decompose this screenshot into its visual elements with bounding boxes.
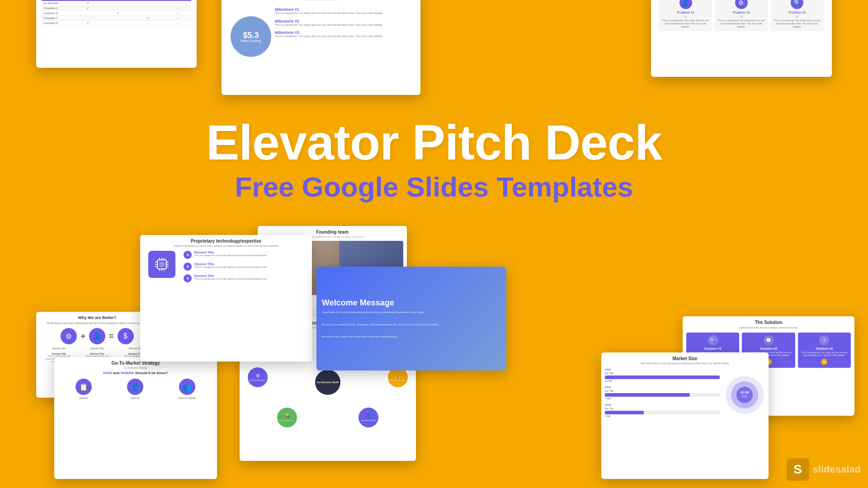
gtm-question: HOW and WHERE Should It be Done? (58, 371, 213, 375)
market-chart: 10.3M 2020 (724, 368, 765, 421)
slidesalad-text: slidesalad (813, 464, 861, 475)
slide-gtm[interactable]: Go-To-Market Strategy Go-To-Market Strat… (54, 357, 217, 479)
milestone-item-1: Milestone #1 This is a sample text. You … (275, 7, 411, 15)
gtm-subtitle: Go-To-Market Strategy (58, 366, 213, 369)
gtm-icon-external: 📋 (75, 379, 92, 395)
tech-subtitle: Detail the technology you plan to use to… (144, 244, 308, 247)
tech-item-1: ⚙ Element Title This is a sample text. Y… (184, 251, 308, 259)
market-bar-2020: 2020 Key Title 10.3M (605, 368, 720, 382)
slide-problems[interactable]: 👤 Problem #1 01 This is a sample text. Y… (651, 0, 832, 77)
solution-icon-3: ? (819, 335, 829, 345)
welcome-title: Welcome Message (322, 298, 501, 308)
gtm-icon-1: 📋 External (75, 379, 92, 399)
problem-box-3: 🔍 Problem #3 03 This is a sample text. Y… (771, 0, 824, 31)
table-row: Competitor A ✓– (42, 6, 191, 11)
problem-icon-1: 👤 (679, 0, 692, 9)
milestone-circle: $5.3 Million Raising (231, 16, 271, 57)
table-row: Competitor C ✓– (42, 16, 191, 21)
gtm-icons: 📋 External 👤 Tools For 👥 Tools For Inter… (58, 379, 213, 399)
equation: ⚙ + 👤 = $ (40, 328, 155, 344)
table-row: Competitor B ✓– (42, 11, 191, 16)
table-row: Competitor D ✓– (42, 21, 191, 26)
slidesalad-icon: S (787, 458, 809, 481)
welcome-text-3: We have many users who know how to use t… (322, 335, 501, 339)
eq-icon-person: 👤 (89, 328, 105, 344)
biz-center-label: Our Business Model (315, 370, 340, 395)
problem-box-2: ⚙ Problem #2 02 This is a sample text. Y… (715, 0, 768, 31)
welcome-text-1: SlideSalad is #1 online marketplace of p… (322, 310, 501, 314)
why-better-title: Why We are Better? (40, 315, 155, 320)
eq-labels: Element Title Element Title Element Titl… (40, 347, 155, 350)
market-bars: 2020 Key Title 10.3M 2019 Key Title 7.6M (605, 368, 720, 421)
gtm-icon-2: 👤 Tools For (127, 379, 143, 399)
solution-icon-2: 💬 (764, 335, 774, 345)
slide-competitors[interactable]: Competitors Market Leader Challenger Nic… (36, 0, 197, 68)
why-better-subtitle: Identify features and unique selling poi… (40, 322, 155, 324)
biz-satellite-5: ⚙ Element Title Here (248, 367, 268, 387)
milestone-item-3: Milestone #3 This is a sample text. You … (275, 30, 411, 38)
slide-welcome[interactable]: Welcome Message SlideSalad is #1 online … (316, 267, 506, 371)
problem-icon-2: ⚙ (735, 0, 748, 9)
main-title-area: Elevator Pitch Deck Free Google Slides T… (206, 117, 662, 203)
problem-icon-3: 🔍 (791, 0, 803, 9)
problem-box-1: 👤 Problem #1 01 This is a sample text. Y… (659, 0, 712, 31)
tech-item-3: ⚙ Element Title This is a sample text. Y… (184, 274, 308, 282)
slide-tech[interactable]: Proprietary technology/expertise Detail … (140, 235, 312, 361)
slidesalad-watermark: S slidesalad (787, 458, 861, 481)
svg-text:2020: 2020 (742, 395, 747, 398)
tech-item-2: ⚙ Element Title This is a sample text. Y… (184, 263, 308, 271)
gtm-icon-tools-for: 👤 (127, 379, 143, 395)
page-title: Elevator Pitch Deck (206, 117, 662, 167)
market-bar-2019: 2019 Key Title 7.6M (605, 386, 720, 400)
tech-item-icon-1: ⚙ (184, 251, 192, 259)
milestone-item-2: Milestone #2 This is a sample text. You … (275, 19, 411, 27)
solution-icon-1: 🔍 (708, 335, 718, 345)
gtm-icon-3: 👥 Tools For Internal (178, 379, 196, 399)
slide-milestones[interactable]: Money, milestones Now it's time to talk … (222, 0, 420, 95)
market-bar-2015: 2015 Key Title 3.5M (605, 404, 720, 418)
biz-satellite-3: 👤 Element Title Here (359, 408, 378, 427)
page-subtitle: Free Google Slides Templates (206, 171, 662, 203)
eq-icon-gear: ⚙ (61, 328, 77, 344)
solution-title: The Solution (686, 320, 851, 325)
biz-satellite-4: 📦 Element Title Here (277, 408, 297, 427)
svg-text:10.3M: 10.3M (740, 391, 749, 394)
table-row: Our Business ✓– (42, 1, 191, 6)
welcome-text-2: We focus on creative artists, designers,… (322, 323, 501, 327)
market-subtitle: Add some context to your pain point by i… (605, 362, 765, 365)
tech-item-icon-3: ⚙ (184, 274, 192, 282)
founding-title: Founding team (261, 230, 403, 235)
gtm-icon-tools-internal: 👥 (179, 379, 195, 395)
tech-item-icon-2: ⚙ (184, 263, 192, 271)
market-title: Market Size (605, 356, 765, 361)
solution-subtitle: Explain the Solution that your product /… (686, 326, 851, 329)
eq-icon-dollar: $ (118, 328, 134, 344)
tech-chip-icon (148, 251, 175, 278)
milestone-subtitle: Now it's time to talk money (227, 0, 415, 1)
solution-box-3: ? Solution #3 This is a sample text. You… (798, 333, 851, 368)
tech-title: Proprietary technology/expertise (144, 239, 308, 244)
svg-rect-13 (159, 262, 165, 267)
slide-market-size[interactable]: Market Size Add some context to your pai… (601, 352, 769, 479)
